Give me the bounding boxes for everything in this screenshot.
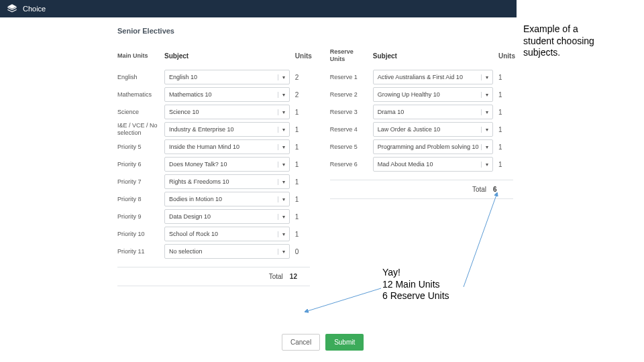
- main-units-column: Main Units Subject Units EnglishEnglish …: [117, 47, 310, 286]
- main-row: Priority 9Data Design 10▾1: [117, 208, 310, 225]
- main-row: Priority 11No selection▾0: [117, 243, 310, 260]
- annot1-line1: Example of a: [523, 23, 624, 36]
- main-units: 1: [290, 161, 310, 168]
- elective-form: Senior Electives Main Units Subject Unit…: [117, 27, 513, 286]
- topbar: Choice: [0, 0, 517, 17]
- main-row: Priority 8Bodies in Motion 10▾1: [117, 190, 310, 208]
- reserve-subject-select[interactable]: Mad About Media 10▾: [373, 157, 493, 172]
- reserve-row: Reserve 1Active Australians & First Aid …: [330, 68, 513, 86]
- select-value: English 10: [169, 74, 197, 80]
- main-total-value: 12: [290, 273, 310, 280]
- annot2-line3: 6 Reserve Units: [382, 290, 490, 302]
- chevron-down-icon: ▾: [278, 109, 285, 115]
- select-value: Inside the Human Mind 10: [169, 143, 239, 150]
- reserve-subject-select[interactable]: Growing Up Healthy 10▾: [373, 87, 493, 102]
- reserve-subject-select[interactable]: Law Order & Justice 10▾: [373, 122, 493, 137]
- main-units: 1: [290, 109, 310, 116]
- main-subject-select[interactable]: Industry & Enterprise 10▾: [164, 122, 290, 137]
- reserve-label: Reserve 6: [330, 161, 373, 168]
- chevron-down-icon: ▾: [278, 144, 285, 150]
- chevron-down-icon: ▾: [278, 162, 285, 168]
- main-units: 0: [290, 248, 310, 255]
- reserve-label: Reserve 3: [330, 109, 373, 116]
- main-row: Priority 5Inside the Human Mind 10▾1: [117, 138, 310, 156]
- header-units-r: Units: [493, 52, 513, 60]
- svg-line-1: [464, 193, 497, 287]
- cancel-button[interactable]: Cancel: [282, 334, 320, 351]
- main-label: Science: [117, 109, 164, 116]
- reserve-row: Reserve 6Mad About Media 10▾1: [330, 156, 513, 173]
- main-subject-select[interactable]: English 10▾: [164, 70, 290, 84]
- main-label: Priority 5: [117, 143, 164, 151]
- reserve-units: 1: [493, 109, 513, 116]
- submit-button[interactable]: Submit: [325, 334, 364, 351]
- svg-line-0: [305, 288, 381, 312]
- chevron-down-icon: ▾: [278, 74, 285, 80]
- main-row: EnglishEnglish 10▾2: [117, 68, 310, 86]
- button-bar: Cancel Submit: [282, 334, 364, 351]
- main-label: Priority 8: [117, 196, 164, 203]
- annot1-line3: subjects.: [523, 47, 624, 59]
- select-value: Does Money Talk? 10: [169, 161, 227, 168]
- select-value: Mathematics 10: [169, 91, 212, 98]
- reserve-subject-select[interactable]: Drama 10▾: [373, 105, 493, 119]
- main-row: Priority 6Does Money Talk? 10▾1: [117, 156, 310, 173]
- header-reserve: Reserve Units: [330, 48, 373, 63]
- chevron-down-icon: ▾: [278, 127, 285, 133]
- select-value: Active Australians & First Aid 10: [378, 74, 463, 80]
- main-subject-select[interactable]: Science 10▾: [164, 105, 290, 119]
- main-units: 2: [290, 74, 310, 81]
- reserve-units: 1: [493, 161, 513, 168]
- select-value: Data Design 10: [169, 213, 211, 220]
- chevron-down-icon: ▾: [481, 74, 488, 80]
- header-subject-r: Subject: [373, 52, 493, 60]
- main-label: Priority 6: [117, 161, 164, 168]
- chevron-down-icon: ▾: [278, 214, 285, 220]
- main-subject-select[interactable]: Rights & Freedoms 10▾: [164, 174, 290, 189]
- main-units: 1: [290, 213, 310, 221]
- select-value: No selection: [169, 248, 203, 255]
- reserve-units: 1: [493, 126, 513, 133]
- main-row: MathematicsMathematics 10▾2: [117, 86, 310, 103]
- main-label: Priority 10: [117, 231, 164, 238]
- main-row: ScienceScience 10▾1: [117, 103, 310, 121]
- chevron-down-icon: ▾: [481, 127, 488, 133]
- chevron-down-icon: ▾: [481, 92, 488, 98]
- main-subject-select[interactable]: Data Design 10▾: [164, 209, 290, 224]
- reserve-row: Reserve 2Growing Up Healthy 10▾1: [330, 86, 513, 103]
- main-subject-select[interactable]: Bodies in Motion 10▾: [164, 192, 290, 206]
- header-units: Units: [290, 52, 310, 60]
- main-units: 1: [290, 126, 310, 133]
- reserve-row: Reserve 4Law Order & Justice 10▾1: [330, 121, 513, 138]
- main-units: 2: [290, 91, 310, 99]
- main-subject-select[interactable]: No selection▾: [164, 244, 290, 259]
- reserve-label: Reserve 1: [330, 74, 373, 81]
- reserve-subject-select[interactable]: Active Australians & First Aid 10▾: [373, 70, 493, 84]
- chevron-down-icon: ▾: [278, 196, 285, 202]
- main-row: Priority 7Rights & Freedoms 10▾1: [117, 173, 310, 190]
- select-value: Law Order & Justice 10: [378, 126, 441, 133]
- chevron-down-icon: ▾: [278, 231, 285, 237]
- select-value: Growing Up Healthy 10: [378, 91, 440, 98]
- main-units: 1: [290, 178, 310, 186]
- annot1-line2: student choosing: [523, 36, 624, 48]
- main-subject-select[interactable]: Does Money Talk? 10▾: [164, 157, 290, 172]
- arrow-to-main-total: [302, 285, 386, 318]
- reserve-units: 1: [493, 143, 513, 151]
- select-value: Drama 10: [378, 109, 405, 115]
- select-value: Science 10: [169, 109, 199, 115]
- reserve-units: 1: [493, 74, 513, 81]
- reserve-subject-select[interactable]: Programming and Problem solving 10▾: [373, 139, 493, 154]
- main-label: I&E / VCE / No selection: [117, 122, 164, 137]
- chevron-down-icon: ▾: [278, 179, 285, 185]
- main-subject-select[interactable]: School of Rock 10▾: [164, 227, 290, 241]
- reserve-label: Reserve 2: [330, 91, 373, 99]
- chevron-down-icon: ▾: [481, 162, 488, 168]
- select-value: Programming and Problem solving 10: [378, 143, 479, 150]
- header-main: Main Units: [117, 52, 164, 60]
- chevron-down-icon: ▾: [278, 92, 285, 98]
- main-subject-select[interactable]: Mathematics 10▾: [164, 87, 290, 102]
- main-subject-select[interactable]: Inside the Human Mind 10▾: [164, 139, 290, 154]
- select-value: Industry & Enterprise 10: [169, 126, 234, 133]
- main-label: Priority 7: [117, 178, 164, 186]
